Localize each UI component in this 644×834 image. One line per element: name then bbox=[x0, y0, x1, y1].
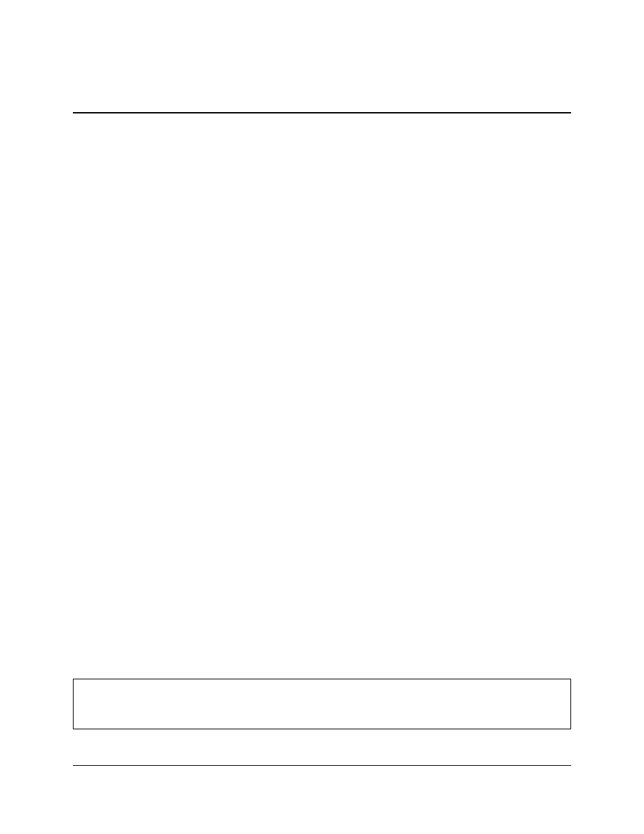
bottom-horizontal-rule bbox=[73, 765, 571, 766]
note-box bbox=[73, 679, 571, 729]
top-horizontal-rule bbox=[73, 112, 571, 113]
